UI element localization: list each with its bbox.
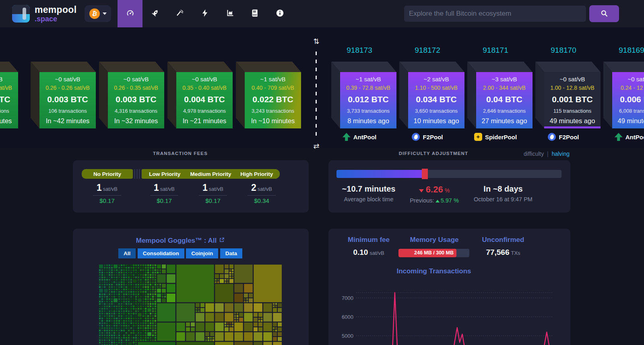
bitcoin-icon: ₿ [88,8,101,20]
block-front-face[interactable]: ~0 sat/vB 0.26 - 0.26 sat/vB 0.003 BTC 3… [0,72,18,128]
unconfirmed-label[interactable]: Unconfirmed [461,236,545,244]
tab-lightning[interactable] [192,0,217,27]
block-fee-range: 0.40 - 709 sat/vB [245,85,301,91]
block-mined-time: 49 minutes ago [544,117,601,125]
block-front-face[interactable]: ~0 sat/vB 0.26 - 0.26 sat/vB 0.003 BTC 1… [39,72,96,128]
priority-no[interactable]: No Priority [82,169,133,179]
pool-name: SpiderPool [485,134,517,140]
block-front-face[interactable]: ~3 sat/vB 2.00 - 344 sat/vB 0.04 BTC 2,6… [476,72,533,128]
tab-docs[interactable] [242,0,267,27]
tab-graphs[interactable] [217,0,242,27]
tab-acceleration[interactable] [142,0,167,27]
goggles-tab[interactable]: Data [220,248,242,258]
goggles-tab[interactable]: Coinjoin [186,248,218,258]
block-height-link[interactable]: 918169 [603,45,644,56]
fee-usd-value: $0.17 [139,197,189,204]
block-total-fees: 0.04 BTC [476,95,533,104]
fee-estimate: 1sat/vB $0.17 [139,182,189,204]
chart-icon [226,9,234,19]
block-top-face [331,62,396,72]
block-front-face[interactable]: ~0 sat/vB 0.24 - 12 sat/vB 0.006 BTC 6,0… [612,72,644,128]
fee-usd-value: $0.17 [82,197,132,204]
block-total-fees: 0.003 BTC [0,95,18,104]
mempool-block[interactable]: ~1 sat/vB 0.40 - 709 sat/vB 0.022 BTC 3,… [236,62,301,128]
svg-text:7000: 7000 [342,295,353,301]
block-height-link[interactable]: 918171 [467,45,524,56]
block-height-link[interactable]: 918173 [331,45,388,56]
mining-pool-link[interactable]: F2Pool [399,133,456,141]
tab-mining[interactable] [167,0,192,27]
mempool-block[interactable]: ~0 sat/vB 0.26 - 0.26 sat/vB 0.003 BTC 1… [31,62,96,128]
goggles-tab[interactable]: Consolidation [138,248,184,258]
block-total-fees: 0.006 BTC [612,95,644,104]
goggles-filter-tabs: All Consolidation Coinjoin Data [73,250,288,257]
mempool-block[interactable]: ~0 sat/vB 0.26 - 0.35 sat/vB 0.003 BTC 4… [99,62,164,128]
fees-section-title: TRANSACTION FEES [73,151,288,156]
mining-pool-link[interactable]: AntPool [603,133,644,141]
external-link-icon [219,237,225,245]
block-front-face[interactable]: ~0 sat/vB 0.35 - 0.40 sat/vB 0.004 BTC 4… [176,72,233,128]
caret-down-icon [103,12,107,15]
mined-block[interactable]: 918170 ~0 sat/vB 1.00 - 12.8 sat/vB 0.00… [535,45,601,141]
search-input[interactable] [404,6,586,22]
network-dropdown[interactable]: ₿ [85,5,111,22]
priority-high[interactable]: High Priority [234,169,280,179]
block-top-face [535,62,601,72]
search-button[interactable] [589,5,619,22]
block-height-link[interactable]: 918170 [535,45,592,56]
mined-block[interactable]: 918171 ~3 sat/vB 2.00 - 344 sat/vB 0.04 … [467,45,533,141]
block-mined-time: 49 minutes ago [612,117,644,125]
block-median-fee: ~0 sat/vB [39,76,96,83]
difficulty-halving-links: difficulty | halving [524,151,570,157]
priority-low[interactable]: Low Priority [142,169,188,179]
pool-icon [474,133,482,141]
mempool-logo[interactable]: mempool .space [12,5,76,23]
mining-pool-link[interactable]: SpiderPool [467,133,524,141]
block-front-face[interactable]: ~0 sat/vB 1.00 - 12.8 sat/vB 0.001 BTC 1… [544,72,601,128]
difficulty-progress-fill [336,170,422,178]
block-fee-range: 0.26 - 0.26 sat/vB [0,85,18,91]
block-eta: In ~52 minutes [0,117,18,125]
block-tx-count: 2,646 transactions [476,108,533,114]
pool-icon [412,133,420,141]
block-front-face[interactable]: ~2 sat/vB 1.10 - 500 sat/vB 0.034 BTC 3,… [408,72,464,128]
mined-block[interactable]: 918169 ~0 sat/vB 0.24 - 12 sat/vB 0.006 … [603,45,644,141]
halving-link[interactable]: halving [552,151,570,157]
direction-toggle-icon[interactable]: ⇄ [312,142,321,150]
block-top-face [0,62,18,72]
mempool-block[interactable]: ~0 sat/vB 0.35 - 0.40 sat/vB 0.004 BTC 4… [167,62,233,128]
block-tx-count: 4,978 transactions [176,108,233,114]
block-tx-count: 306 transactions [0,108,18,114]
goggles-title-link[interactable]: Mempool Goggles™ : All [136,237,225,245]
block-height-link[interactable]: 918172 [399,45,456,56]
brand-tld: .space [35,15,76,23]
block-front-face[interactable]: ~0 sat/vB 0.26 - 0.35 sat/vB 0.003 BTC 4… [108,72,164,128]
block-side-face [331,62,340,128]
fee-rate-value: 1 [202,182,208,193]
fee-divider [150,195,178,196]
mined-block[interactable]: 918172 ~2 sat/vB 1.10 - 500 sat/vB 0.034… [399,45,464,141]
block-side-face [31,62,39,128]
sort-toggle-icon[interactable]: ⇅ [312,37,321,45]
goggles-tab[interactable]: All [118,248,136,258]
block-total-fees: 0.012 BTC [340,95,396,104]
block-fee-range: 0.26 - 0.26 sat/vB [39,85,96,91]
block-fee-range: 0.26 - 0.35 sat/vB [108,85,164,91]
tab-dashboard[interactable] [118,0,142,27]
mined-block[interactable]: 918173 ~1 sat/vB 0.39 - 72.8 sat/vB 0.01… [331,45,396,141]
info-icon [276,9,284,19]
mempool-treemap[interactable] [99,264,282,345]
mining-pool-link[interactable]: AntPool [331,133,388,141]
fee-estimate: 2sat/vB $0.34 [237,182,287,204]
block-front-face[interactable]: ~1 sat/vB 0.40 - 709 sat/vB 0.022 BTC 3,… [245,72,301,128]
mempool-block[interactable]: ~0 sat/vB 0.26 - 0.26 sat/vB 0.003 BTC 3… [0,62,18,128]
mempool-logo-icon [12,5,30,23]
svg-text:6000: 6000 [342,314,353,320]
difficulty-link[interactable]: difficulty [524,151,544,157]
tab-about[interactable] [267,0,292,27]
priority-medium[interactable]: Medium Priority [188,169,233,179]
bolt-icon [201,9,209,19]
fee-divider [93,195,121,196]
mining-pool-link[interactable]: F2Pool [535,133,592,141]
block-front-face[interactable]: ~1 sat/vB 0.39 - 72.8 sat/vB 0.012 BTC 3… [340,72,396,128]
